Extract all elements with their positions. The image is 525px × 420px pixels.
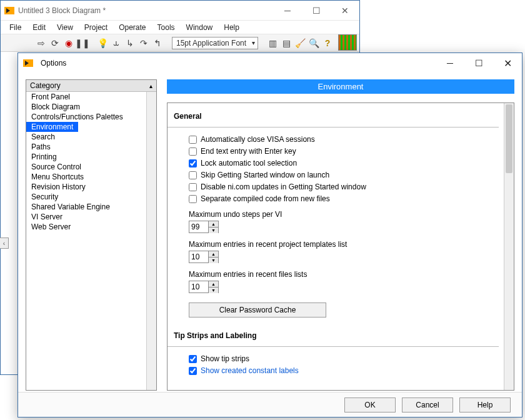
category-header-label: Category [30, 81, 61, 90]
chk-label: Separate compiled code from new files [201, 194, 330, 203]
bd-title: Untitled 3 Block Diagram * [18, 6, 273, 15]
recent-files-spinner[interactable]: ▲▼ [189, 281, 219, 293]
help-icon[interactable]: ? [322, 38, 333, 49]
category-item[interactable]: Search [26, 132, 146, 142]
undo-label: Maximum undo steps per VI [189, 210, 492, 219]
dlg-maximize-button[interactable]: ☐ [464, 53, 493, 73]
spin-up-icon[interactable]: ▲ [209, 221, 218, 228]
chk-disable-updates[interactable]: Disable ni.com updates in Getting Starte… [189, 182, 492, 191]
chk-label: End text entry with Enter key [201, 147, 296, 156]
category-item[interactable]: Revision History [26, 182, 146, 192]
align-icon[interactable]: ▥ [267, 38, 278, 49]
menu-help[interactable]: Help [219, 22, 244, 33]
bd-minimize-button[interactable]: ─ [273, 1, 302, 21]
spin-down-icon[interactable]: ▼ [209, 288, 218, 293]
vi-icon[interactable] [338, 34, 357, 51]
help-button[interactable]: Help [459, 398, 511, 412]
clear-password-button[interactable]: Clear Password Cache [189, 302, 326, 318]
distribute-icon[interactable]: ▤ [281, 38, 292, 49]
scrollbar-thumb[interactable] [506, 104, 512, 173]
category-item[interactable]: Front Panel [26, 92, 146, 102]
menu-tools[interactable]: Tools [152, 22, 180, 33]
options-title: Options [41, 59, 66, 68]
recent-files-input[interactable] [189, 282, 208, 291]
chk-label: Show created constant labels [201, 366, 299, 375]
dialog-footer: OK Cancel Help [18, 392, 522, 417]
category-list[interactable]: Front PanelBlock DiagramControls/Functio… [26, 92, 146, 390]
chk-show-const[interactable]: Show created constant labels [189, 366, 492, 375]
clear-password-label: Clear Password Cache [219, 306, 296, 314]
chk-skip-getting-started[interactable]: Skip Getting Started window on launch [189, 171, 492, 179]
retain-wire-icon[interactable]: ⥿ [111, 38, 122, 49]
category-pane: Category ▴ Front PanelBlock DiagramContr… [26, 79, 157, 391]
recent-templates-input[interactable] [189, 252, 208, 261]
chevron-up-icon[interactable]: ▴ [149, 82, 152, 89]
pause-icon[interactable]: ❚❚ [77, 38, 88, 49]
chk-lock-tool[interactable]: Lock automatic tool selection [189, 159, 492, 168]
undo-input[interactable] [189, 222, 208, 231]
menu-project[interactable]: Project [79, 22, 112, 33]
dlg-close-button[interactable]: ✕ [493, 53, 522, 73]
abort-icon[interactable]: ◉ [63, 38, 74, 49]
category-item[interactable]: Menu Shortcuts [26, 172, 146, 182]
spin-up-icon[interactable]: ▲ [209, 281, 218, 288]
menu-view[interactable]: View [52, 22, 78, 33]
spin-down-icon[interactable]: ▼ [209, 228, 218, 233]
chk-auto-close-visa[interactable]: Automatically close VISA sessions [189, 135, 492, 144]
category-item[interactable]: Controls/Functions Palettes [26, 112, 146, 122]
settings-pane: Environment General Automatically close … [167, 79, 514, 391]
bd-toolbar: ⇨ ⟳ ◉ ❚❚ 💡 ⥿ ↳ ↷ ↰ 15pt Application Font… [1, 34, 359, 52]
category-item[interactable]: Paths [26, 142, 146, 152]
labview-icon [4, 7, 14, 14]
category-item[interactable]: Printing [26, 152, 146, 162]
step-over-icon[interactable]: ↷ [138, 38, 149, 49]
bd-maximize-button[interactable]: ☐ [302, 1, 331, 21]
category-item[interactable]: Security [26, 192, 146, 202]
category-item[interactable]: Web Server [26, 222, 146, 232]
bd-menubar: File Edit View Project Operate Tools Win… [1, 21, 359, 34]
search-icon[interactable]: 🔍 [308, 38, 319, 49]
recent-templates-spinner[interactable]: ▲▼ [189, 251, 219, 263]
chk-show-tip[interactable]: Show tip strips [189, 354, 492, 363]
ok-button[interactable]: OK [344, 398, 396, 412]
menu-window[interactable]: Window [181, 22, 218, 33]
menu-operate[interactable]: Operate [114, 22, 151, 33]
recent-templates-label: Maximum entries in recent project templa… [189, 240, 492, 249]
section-tips-title: Tip Strips and Labeling [174, 331, 492, 340]
category-item[interactable]: Shared Variable Engine [26, 202, 146, 212]
recent-files-label: Maximum entries in recent files lists [189, 270, 492, 279]
run-continuous-icon[interactable]: ⟳ [49, 38, 61, 49]
chk-separate-compiled[interactable]: Separate compiled code from new files [189, 194, 492, 203]
options-dialog: Options ─ ☐ ✕ Category ▴ Front PanelBloc… [18, 52, 522, 418]
highlight-icon[interactable]: 💡 [97, 38, 108, 49]
menu-edit[interactable]: Edit [28, 22, 51, 33]
cleanup-icon[interactable]: 🧹 [294, 38, 306, 49]
step-out-icon[interactable]: ↰ [152, 38, 163, 49]
dlg-minimize-button[interactable]: ─ [436, 53, 464, 73]
bd-titlebar: Untitled 3 Block Diagram * ─ ☐ ✕ [1, 1, 359, 21]
category-item[interactable]: Environment [26, 122, 78, 132]
spin-up-icon[interactable]: ▲ [209, 251, 218, 258]
bd-close-button[interactable]: ✕ [331, 1, 359, 21]
chk-end-text-enter[interactable]: End text entry with Enter key [189, 147, 492, 156]
undo-spinner[interactable]: ▲▼ [189, 221, 219, 233]
step-into-icon[interactable]: ↳ [124, 38, 136, 49]
cancel-button[interactable]: Cancel [402, 398, 453, 412]
spin-down-icon[interactable]: ▼ [209, 258, 218, 263]
settings-scrollbar[interactable] [504, 103, 514, 390]
chk-label: Disable ni.com updates in Getting Starte… [201, 182, 366, 191]
category-item[interactable]: VI Server [26, 212, 146, 222]
font-combo[interactable]: 15pt Application Font [172, 37, 258, 49]
settings-banner: Environment [167, 79, 514, 94]
run-icon[interactable]: ⇨ [36, 38, 47, 49]
category-scrollbar[interactable] [146, 92, 156, 390]
chk-label: Lock automatic tool selection [201, 159, 297, 168]
menu-file[interactable]: File [4, 22, 26, 33]
category-item[interactable]: Block Diagram [26, 102, 146, 112]
chk-label: Show tip strips [201, 354, 249, 363]
category-item[interactable]: Source Control [26, 162, 146, 172]
left-collapse-tab[interactable]: ‹ [0, 238, 9, 249]
chk-label: Automatically close VISA sessions [201, 135, 315, 144]
settings-content: General Automatically close VISA session… [168, 103, 504, 390]
chk-label: Skip Getting Started window on launch [201, 171, 329, 179]
